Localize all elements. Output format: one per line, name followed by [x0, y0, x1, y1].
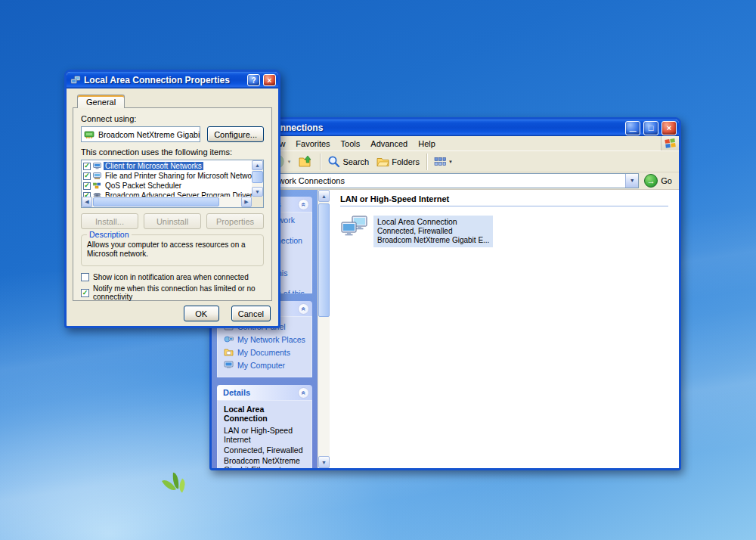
search-button[interactable]: Search [324, 154, 372, 169]
menu-advanced[interactable]: Advanced [365, 138, 413, 150]
lan-connection-icon [340, 216, 369, 238]
scroll-right-button[interactable]: ▶ [241, 197, 252, 207]
go-button[interactable]: → Go [643, 174, 676, 188]
folders-icon [376, 157, 389, 167]
show-icon-option[interactable]: Show icon in notification area when conn… [81, 273, 264, 281]
close-icon: × [268, 76, 272, 85]
sharing-service-icon [93, 172, 101, 179]
properties-button[interactable]: Properties [206, 213, 264, 229]
connection-name: Local Area Connection [377, 217, 489, 227]
adapter-name: Broadcom NetXtreme Gigabit Etherne [98, 130, 200, 139]
minimize-button[interactable]: — [625, 121, 640, 135]
maximize-button[interactable]: □ [643, 121, 658, 135]
connection-items-list: ✓ Client for Microsoft Networks ✓ File [81, 160, 264, 208]
scroll-left-icon: ◀ [85, 199, 88, 205]
scrollbar-track[interactable] [252, 170, 263, 187]
dialog-connection-icon [70, 76, 81, 85]
scroll-up-button[interactable]: ▲ [252, 160, 263, 170]
address-dropdown-button[interactable]: ▼ [625, 174, 638, 188]
menu-help[interactable]: Help [413, 138, 441, 150]
go-icon: → [644, 174, 658, 188]
scroll-down-button[interactable]: ▼ [318, 456, 330, 468]
taskpane-scrollbar[interactable]: ▲ ▼ [318, 190, 330, 468]
ok-button[interactable]: OK [184, 306, 219, 321]
details-connection-type: LAN or High-Speed Internet [224, 426, 308, 444]
window-content: Network Tasks « Disable this network dev… [212, 190, 679, 468]
scrollbar-thumb[interactable] [252, 171, 263, 183]
list-item-label: Broadcom Advanced Server Program Driver [104, 191, 252, 197]
scroll-right-icon: ▶ [244, 199, 248, 205]
address-combo[interactable]: Network Connections ▼ [249, 173, 639, 188]
details-connection-name: Local Area Connection [224, 405, 308, 423]
description-groupbox: Description Allows your computer to acce… [81, 234, 264, 266]
lan-properties-dialog: Local Area Connection Properties ? × Gen… [64, 70, 280, 328]
notify-option[interactable]: ✓ Notify me when this connection has lim… [81, 284, 264, 301]
connection-status: Connected, Firewalled [377, 227, 489, 236]
configure-button[interactable]: Configure... [207, 126, 264, 142]
other-places-my-network-places[interactable]: My Network Places [224, 334, 308, 345]
other-places-my-documents[interactable]: My Documents [224, 346, 308, 358]
help-icon: ? [251, 76, 256, 85]
connections-list: LAN or High-Speed Internet Local Area Co… [330, 190, 679, 468]
description-text: Allows your computer to access resources… [87, 241, 258, 259]
list-vertical-scrollbar[interactable]: ▲ ▼ [252, 160, 263, 197]
tab-general[interactable]: General [77, 95, 125, 108]
list-item-broadcom-driver[interactable]: ✓ Broadcom Advanced Server Program Drive… [82, 191, 252, 197]
menu-tools[interactable]: Tools [336, 138, 366, 150]
scroll-up-icon: ▲ [321, 194, 327, 199]
scroll-left-button[interactable]: ◀ [82, 197, 92, 207]
other-places-label: My Network Places [237, 335, 305, 344]
scrollbar-track[interactable] [318, 202, 330, 456]
details-title: Details [223, 388, 298, 397]
details-header[interactable]: Details « [217, 385, 312, 400]
qos-service-icon [93, 182, 101, 189]
checkbox-checked[interactable]: ✓ [83, 163, 91, 170]
client-service-icon [93, 163, 101, 169]
install-button[interactable]: Install... [81, 213, 138, 229]
scroll-up-button[interactable]: ▲ [318, 190, 330, 202]
details-panel: Details « Local Area Connection LAN or H… [217, 385, 312, 468]
checkbox-checked[interactable]: ✓ [81, 289, 89, 297]
window-titlebar[interactable]: Network Connections — □ × [212, 119, 679, 136]
scrollbar-track[interactable] [92, 197, 241, 207]
connection-item[interactable]: Local Area Connection Connected, Firewal… [340, 216, 668, 247]
list-item-label: QoS Packet Scheduler [104, 182, 183, 190]
dialog-titlebar[interactable]: Local Area Connection Properties ? × [67, 72, 278, 88]
list-item-qos[interactable]: ✓ QoS Packet Scheduler [82, 181, 252, 191]
up-button[interactable] [296, 154, 316, 169]
uninstall-button[interactable]: Uninstall [144, 213, 201, 229]
checkbox-unchecked[interactable] [81, 273, 89, 281]
folders-label: Folders [392, 157, 420, 166]
show-icon-option-label: Show icon in notification area when conn… [93, 273, 249, 281]
close-button[interactable]: × [662, 121, 677, 135]
scroll-down-button[interactable]: ▼ [252, 187, 263, 197]
dialog-close-button[interactable]: × [263, 74, 276, 86]
list-item-label: Client for Microsoft Networks [104, 162, 203, 170]
tab-strip: General [73, 94, 272, 107]
help-button[interactable]: ? [247, 74, 260, 86]
checkbox-checked[interactable]: ✓ [83, 182, 91, 190]
views-button[interactable]: ▼ [431, 155, 456, 168]
scrollbar-thumb[interactable] [93, 197, 219, 206]
folder-up-icon [299, 155, 313, 168]
adapter-field[interactable]: Broadcom NetXtreme Gigabit Etherne [81, 126, 200, 142]
checkbox-checked[interactable]: ✓ [83, 172, 91, 180]
cancel-button[interactable]: Cancel [231, 306, 271, 321]
address-bar: Address Network Connections ▼ → Go [212, 172, 679, 190]
network-adapter-icon [84, 130, 95, 139]
other-places-my-computer[interactable]: My Computer [224, 359, 308, 371]
views-icon [434, 157, 446, 166]
folders-button[interactable]: Folders [373, 155, 423, 169]
collapse-chevron-icon[interactable]: « [298, 199, 309, 210]
desktop: Network Connections — □ × File Edit View… [0, 0, 756, 540]
list-item-client[interactable]: ✓ Client for Microsoft Networks [82, 161, 252, 171]
description-group-label: Description [87, 230, 132, 239]
scrollbar-thumb[interactable] [318, 203, 330, 317]
connection-device: Broadcom NetXtreme Gigabit E... [377, 236, 489, 245]
collapse-chevron-icon[interactable]: « [298, 303, 309, 315]
list-item-file-printer-sharing[interactable]: ✓ File and Printer Sharing for Microsoft… [82, 171, 252, 181]
list-horizontal-scrollbar[interactable]: ◀ ▶ [82, 197, 252, 207]
group-header: LAN or High-Speed Internet [340, 194, 668, 206]
menu-favorites[interactable]: Favorites [290, 138, 335, 150]
collapse-chevron-icon[interactable]: « [298, 387, 309, 399]
